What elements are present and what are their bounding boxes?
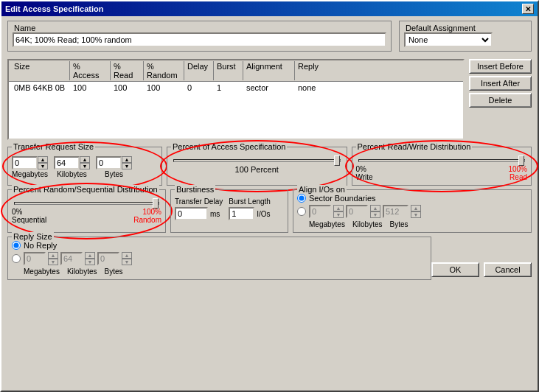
percent-access-value: 100 Percent xyxy=(171,165,343,174)
reply-mb-up: ▲ xyxy=(48,252,58,259)
percent-random-thumb[interactable] xyxy=(153,198,159,209)
megabytes-label: Megabytes xyxy=(12,170,48,178)
align-bytes-down: ▼ xyxy=(411,211,421,218)
transfer-delay-input[interactable] xyxy=(175,207,208,220)
rw-right-percent: 100% Read xyxy=(508,165,527,181)
insert-after-button[interactable]: Insert After xyxy=(469,76,532,91)
reply-kilobytes-input xyxy=(60,252,83,265)
percent-rw-track xyxy=(358,159,526,162)
burst-length-unit: I/Os xyxy=(257,210,270,218)
row-random: 100 xyxy=(144,83,184,93)
reply-kb-down: ▼ xyxy=(85,259,95,265)
col-access: % Access xyxy=(70,61,111,80)
align-ios-panel: Align I/Os on Sector Boundaries ▲ ▼ xyxy=(293,189,532,233)
reply-bytes-down: ▼ xyxy=(122,259,132,265)
megabytes-up[interactable]: ▲ xyxy=(38,156,48,163)
cancel-button[interactable]: Cancel xyxy=(484,262,532,277)
percent-access-label: Percent of Access Specification xyxy=(171,142,287,151)
align-mb-down: ▼ xyxy=(333,211,344,218)
align-kb-down: ▼ xyxy=(370,211,380,218)
main-window: Edit Access Specification ✕ Name Default… xyxy=(0,0,539,392)
percent-random-panel: Percent Random/Sequential Distribution 0… xyxy=(7,189,166,233)
default-assignment-select[interactable]: None xyxy=(404,32,493,47)
transfer-request-size-label: Transfer Request Size xyxy=(12,142,95,151)
reply-bytes-label: Bytes xyxy=(105,267,123,276)
reply-size-label: Reply Size xyxy=(12,232,54,241)
align-mb-up: ▲ xyxy=(333,205,344,211)
close-button[interactable]: ✕ xyxy=(522,4,534,14)
title-bar: Edit Access Specification ✕ xyxy=(1,1,538,16)
reply-custom-radio[interactable] xyxy=(12,254,21,263)
col-random: % Random xyxy=(144,61,184,80)
megabytes-input[interactable] xyxy=(12,156,38,169)
megabytes-spinbox: ▲ ▼ xyxy=(12,156,48,169)
other-radio[interactable] xyxy=(297,207,306,216)
bytes-down[interactable]: ▼ xyxy=(122,163,132,169)
kilobytes-up[interactable]: ▲ xyxy=(80,156,90,163)
kilobytes-input[interactable] xyxy=(54,156,80,169)
row-delay: 0 xyxy=(184,83,214,93)
reply-bytes-up: ▲ xyxy=(122,252,132,259)
percent-access-track xyxy=(173,159,341,162)
burstiness-label: Burstiness xyxy=(175,185,215,194)
delete-button[interactable]: Delete xyxy=(469,93,532,108)
name-input[interactable] xyxy=(13,32,386,47)
name-label: Name xyxy=(13,24,386,32)
align-megabytes-input xyxy=(309,205,331,218)
megabytes-down[interactable]: ▼ xyxy=(38,163,48,169)
row-size: 0MB 64KB 0B xyxy=(11,83,70,93)
kilobytes-label: Kilobytes xyxy=(57,170,87,178)
rw-left-percent: 0% Write xyxy=(356,165,373,181)
bytes-up[interactable]: ▲ xyxy=(122,156,132,163)
ok-button[interactable]: OK xyxy=(431,262,479,277)
row-access: 100 xyxy=(70,83,111,93)
percent-random-track xyxy=(14,202,159,205)
no-reply-radio[interactable] xyxy=(12,241,21,250)
kilobytes-down[interactable]: ▼ xyxy=(80,163,90,169)
burst-length-input[interactable] xyxy=(229,207,254,220)
col-burst: Burst xyxy=(214,61,243,80)
bytes-spinbox: ▲ ▼ xyxy=(96,156,132,169)
random-left: 0% Sequential xyxy=(12,208,46,224)
table-row: 0MB 64KB 0B 100 100 100 0 1 sector none xyxy=(9,82,463,94)
col-delay: Delay xyxy=(184,61,214,80)
align-kb-label: Kilobytes xyxy=(352,220,383,228)
insert-before-button[interactable]: Insert Before xyxy=(469,59,532,74)
random-right: 100% Random xyxy=(133,208,161,224)
reply-bytes-input xyxy=(97,252,119,265)
row-align: sector xyxy=(243,83,295,93)
burstiness-panel: Burstiness Transfer Delay ms Burst Lengt… xyxy=(170,189,288,233)
percent-rw-label: Percent Read/Write Distribution xyxy=(356,142,473,151)
bytes-label: Bytes xyxy=(105,170,123,178)
transfer-delay-unit: ms xyxy=(210,210,220,218)
transfer-delay-label: Transfer Delay xyxy=(175,197,223,206)
sector-label: Sector Boundaries xyxy=(309,194,376,203)
no-reply-label: No Reply xyxy=(24,241,57,250)
reply-mb-label: Megabytes xyxy=(24,267,60,276)
bytes-input[interactable] xyxy=(96,156,122,169)
row-burst: 1 xyxy=(214,83,243,93)
align-mb-label: Megabytes xyxy=(309,220,345,228)
col-align: Alignment xyxy=(243,61,295,80)
align-bytes-input xyxy=(383,205,408,218)
default-assignment-label: Default Assignment xyxy=(404,24,526,32)
window-title: Edit Access Specification xyxy=(5,4,103,13)
percent-random-label: Percent Random/Sequential Distribution xyxy=(12,185,159,194)
transfer-request-size-panel: Transfer Request Size ▲ ▼ Megabytes xyxy=(7,147,162,186)
reply-mb-down: ▼ xyxy=(48,259,58,265)
percent-rw-thumb[interactable] xyxy=(518,155,524,166)
col-size: Size xyxy=(11,61,70,80)
align-kb-up: ▲ xyxy=(370,205,380,211)
percent-access-panel: Percent of Access Specification 100 Perc… xyxy=(167,147,347,186)
percent-rw-panel: Percent Read/Write Distribution 0% Write… xyxy=(352,147,532,186)
row-read: 100 xyxy=(111,83,144,93)
row-reply: none xyxy=(295,83,339,93)
kilobytes-spinbox: ▲ ▼ xyxy=(54,156,90,169)
reply-size-panel: Reply Size No Reply ▲ ▼ xyxy=(7,237,431,280)
col-reply: Reply xyxy=(295,61,339,80)
sector-radio[interactable] xyxy=(297,194,306,203)
reply-kb-label: Kilobytes xyxy=(67,267,97,276)
spec-table: Size % Access % Read % Random Delay Burs… xyxy=(7,59,465,140)
percent-access-thumb[interactable] xyxy=(334,155,340,166)
align-ios-label: Align I/Os on xyxy=(297,185,347,194)
